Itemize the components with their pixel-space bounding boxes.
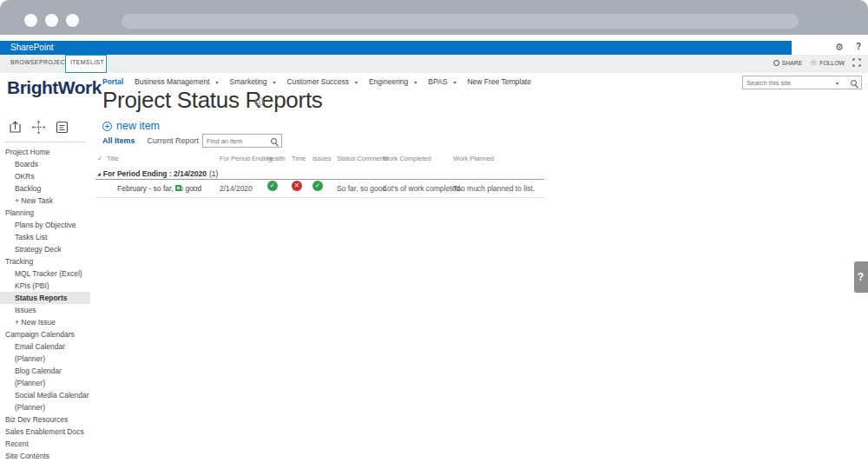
- sidebar-navigation: Project Home Boards OKRs Backlog + New T…: [0, 146, 90, 462]
- group-divider: [95, 179, 544, 180]
- sidebar-item-recent[interactable]: Recent: [0, 438, 90, 450]
- sidebar-item-okrs[interactable]: OKRs: [0, 170, 90, 182]
- top-navigation: Portal Business Management▾ Smarketing▾ …: [102, 77, 542, 86]
- time-problem-icon: ✕: [292, 181, 302, 191]
- row-period-ending: 2/14/2020: [220, 184, 253, 193]
- sidebar-item-campaign-calendars[interactable]: Campaign Calendars: [0, 328, 90, 340]
- column-work-completed[interactable]: Work Completed: [383, 155, 431, 162]
- suite-bar: SharePoint: [0, 41, 792, 55]
- sidebar-item-backlog[interactable]: Backlog: [0, 182, 90, 195]
- move-arrows-icon[interactable]: [31, 120, 46, 135]
- find-item-box: [202, 134, 282, 148]
- row-ellipsis-menu[interactable]: ···: [193, 183, 202, 191]
- suite-bar-right: ⚙ ?: [792, 41, 868, 55]
- group-count: (1): [209, 169, 218, 178]
- sidebar-item-issues[interactable]: Issues: [0, 304, 90, 316]
- focus-icon: [852, 58, 861, 67]
- ribbon: BROWSE PROJECT ITEMS LIST SHARE ☆ FOLLOW: [0, 55, 868, 73]
- column-time[interactable]: Time: [292, 155, 306, 162]
- window-minimize-button[interactable]: [45, 14, 58, 27]
- nav-business-management[interactable]: Business Management▾: [135, 77, 218, 86]
- window-close-button[interactable]: [24, 14, 37, 27]
- focus-mode-button[interactable]: [852, 58, 861, 68]
- sidebar-item-boards[interactable]: Boards: [0, 158, 90, 170]
- brightwork-logo[interactable]: BrightWork: [7, 77, 102, 98]
- sidebar-item-mql-tracker[interactable]: MQL Tracker (Excel): [0, 268, 90, 280]
- share-button[interactable]: SHARE: [773, 60, 802, 66]
- report-list-icon[interactable]: [55, 120, 69, 135]
- view-current-report[interactable]: Current Report: [148, 136, 200, 145]
- nav-smarketing[interactable]: Smarketing▾: [230, 77, 276, 86]
- nav-customer-success[interactable]: Customer Success▾: [287, 77, 358, 86]
- row-work-planned: Too much planned to list.: [453, 184, 535, 193]
- nav-portal[interactable]: Portal: [102, 77, 123, 86]
- search-icon[interactable]: [270, 137, 279, 146]
- column-health[interactable]: Health: [266, 155, 286, 162]
- ribbon-tab-list[interactable]: LIST: [90, 59, 104, 65]
- page-title: Project Status Reports: [102, 87, 323, 114]
- column-for-period-ending[interactable]: For Period Ending: [220, 155, 272, 162]
- sidebar-item-status-reports[interactable]: Status Reports: [0, 292, 90, 304]
- row-work-completed: Lot's of work completed.: [383, 184, 462, 193]
- sidebar-item-kpis[interactable]: KPIs (PBI): [0, 280, 90, 292]
- help-icon[interactable]: ?: [856, 42, 861, 51]
- browser-window: SharePoint ⚙ ? BROWSE PROJECT ITEMS LIST…: [0, 0, 868, 469]
- sidebar-item-site-contents[interactable]: Site Contents: [0, 450, 90, 462]
- ribbon-tab-items[interactable]: ITEMS: [70, 59, 90, 65]
- chevron-down-icon: ▾: [355, 79, 358, 85]
- sidebar-item-biz-dev-resources[interactable]: Biz Dev Resources: [0, 413, 90, 426]
- group-header[interactable]: ◢For Period Ending : 2/14/2020(1): [97, 169, 218, 178]
- nav-bpas[interactable]: BPAS▾: [428, 77, 456, 86]
- sidebar-item-email-calendar[interactable]: Email Calendar (Planner): [0, 340, 90, 365]
- select-all-checkbox[interactable]: ✓: [97, 155, 102, 162]
- site-search-box: ▾: [742, 76, 862, 89]
- chevron-down-icon: ▾: [273, 79, 276, 85]
- follow-button[interactable]: ☆ FOLLOW: [810, 60, 845, 66]
- sharepoint-brand: SharePoint: [10, 43, 53, 52]
- column-work-planned[interactable]: Work Planned: [453, 155, 494, 162]
- sidebar-item-new-issue[interactable]: + New Issue: [0, 316, 90, 328]
- promote-upload-icon[interactable]: [8, 120, 23, 135]
- sidebar-quick-actions: [8, 120, 69, 135]
- sidebar-item-tracking[interactable]: Tracking: [0, 255, 90, 268]
- ribbon-tab-browse[interactable]: BROWSE: [10, 59, 39, 65]
- chevron-down-icon: ▾: [453, 79, 456, 85]
- sidebar-item-plans-by-objective[interactable]: Plans by Objective: [0, 219, 90, 231]
- info-icon[interactable]: i: [255, 97, 264, 106]
- star-icon: ☆: [810, 60, 817, 66]
- site-search-input[interactable]: [746, 77, 829, 88]
- nav-engineering[interactable]: Engineering▾: [369, 77, 417, 86]
- health-ok-icon: ✓: [267, 181, 278, 191]
- group-label: For Period Ending : 2/14/2020: [103, 169, 207, 178]
- sidebar-item-blog-calendar[interactable]: Blog Calendar (Planner): [0, 365, 90, 389]
- window-maximize-button[interactable]: [66, 14, 79, 27]
- find-item-input[interactable]: [207, 135, 266, 146]
- share-icon: [773, 60, 779, 66]
- sidebar-item-project-home[interactable]: Project Home: [0, 146, 90, 158]
- follow-label: FOLLOW: [819, 60, 845, 66]
- gear-icon[interactable]: ⚙: [835, 42, 844, 53]
- column-title[interactable]: Title: [107, 155, 119, 162]
- help-side-tab[interactable]: ?: [853, 261, 868, 293]
- row-title-link[interactable]: February - so far, so good: [117, 184, 201, 193]
- new-badge-icon: [175, 185, 181, 191]
- share-label: SHARE: [782, 60, 802, 66]
- nav-new-free-template[interactable]: New Free Template: [467, 77, 531, 86]
- view-all-items[interactable]: All Items: [102, 136, 135, 145]
- sidebar-item-tasks-list[interactable]: Tasks List: [0, 231, 90, 243]
- chevron-down-icon: ▾: [216, 79, 219, 85]
- sidebar-item-sales-enablement-docs[interactable]: Sales Enablement Docs: [0, 426, 90, 438]
- sidebar-divider: [4, 142, 85, 142]
- sidebar-item-planning[interactable]: Planning: [0, 207, 90, 219]
- column-issues[interactable]: Issues: [312, 155, 332, 162]
- new-item-label: new item: [116, 120, 160, 132]
- search-icon[interactable]: [850, 79, 858, 88]
- sidebar-item-social-media-calendar[interactable]: Social Media Calendar (Planner): [0, 389, 90, 413]
- sidebar-item-strategy-deck[interactable]: Strategy Deck: [0, 243, 90, 255]
- address-bar[interactable]: [122, 14, 799, 29]
- search-scope-dropdown-icon[interactable]: ▾: [836, 80, 838, 86]
- collapse-triangle-icon: ◢: [97, 171, 101, 176]
- new-item-button[interactable]: + new item: [102, 120, 160, 132]
- sidebar-item-new-task[interactable]: + New Task: [0, 195, 90, 207]
- column-status-comments[interactable]: Status Comments: [337, 155, 389, 162]
